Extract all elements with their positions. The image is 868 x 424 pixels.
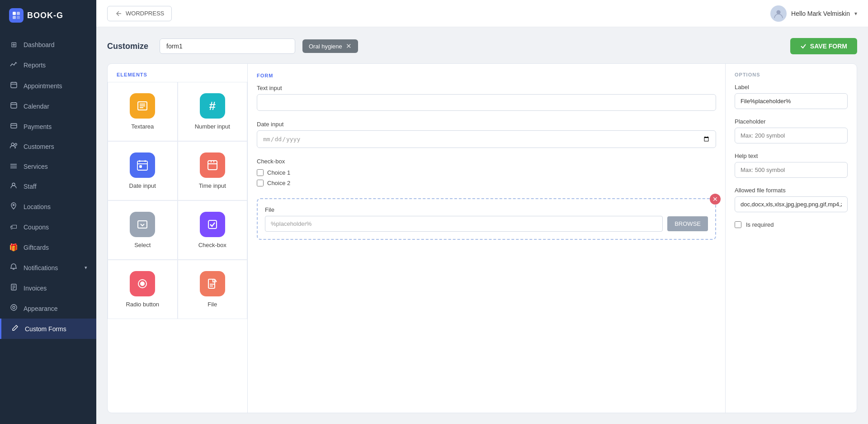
label-input[interactable] — [735, 93, 848, 109]
sidebar-item-label: Calendar — [24, 103, 49, 110]
svg-rect-8 — [11, 103, 17, 108]
browse-button[interactable]: BROWSE — [667, 216, 708, 231]
sidebar-item-label: Payments — [24, 123, 52, 130]
checkbox-2[interactable] — [257, 180, 264, 186]
service-tag-remove[interactable]: ✕ — [346, 42, 352, 50]
svg-rect-0 — [13, 12, 16, 15]
file-label: File — [208, 301, 217, 308]
logo-text: BOOK-G — [27, 11, 63, 20]
date-input[interactable] — [257, 130, 716, 148]
sidebar-item-locations[interactable]: Locations — [0, 196, 96, 217]
sidebar-nav: ⊞ Dashboard Reports Appointments Calenda… — [0, 31, 96, 424]
time-input-label: Time input — [199, 182, 226, 189]
options-panel: OPTIONS Label Placeholder Help text Allo… — [726, 64, 857, 413]
form-name-input[interactable] — [160, 38, 295, 54]
checkbox-icon — [200, 212, 225, 237]
sidebar-item-customers[interactable]: Customers — [0, 137, 96, 157]
checkbox-choice-2[interactable]: Choice 2 — [257, 180, 716, 186]
appointments-icon — [9, 81, 18, 90]
app-logo: BOOK-G — [0, 0, 96, 31]
elements-panel-title: ELEMENTS — [108, 64, 247, 82]
sidebar-item-payments[interactable]: Payments — [0, 116, 96, 137]
sidebar-item-dashboard[interactable]: ⊞ Dashboard — [0, 34, 96, 55]
sidebar-item-notifications[interactable]: Notifications — [0, 257, 96, 278]
avatar — [770, 5, 787, 22]
svg-rect-3 — [17, 16, 20, 19]
sidebar-item-appearance[interactable]: Appearance — [0, 298, 96, 319]
text-input-field: Text input — [257, 85, 716, 111]
sidebar-item-label: Invoices — [24, 285, 47, 292]
sidebar-item-custom-forms[interactable]: Custom Forms — [0, 319, 96, 339]
sidebar-item-label: Appearance — [24, 305, 58, 312]
file-field-inner: %placeholder% BROWSE — [265, 216, 708, 232]
svg-point-29 — [777, 10, 781, 14]
number-input-label: Number input — [195, 123, 230, 130]
service-tag-label: Oral hygiene — [309, 43, 342, 50]
allowed-formats-label: Allowed file formats — [735, 187, 848, 194]
checkbox-choice-1[interactable]: Choice 1 — [257, 169, 716, 176]
element-date-input[interactable]: Date input — [108, 141, 178, 200]
element-select[interactable]: Select — [108, 200, 178, 260]
user-section[interactable]: Hello Mark Velmiskin ▾ — [770, 5, 857, 22]
placeholder-input[interactable] — [735, 128, 848, 143]
sidebar-item-appointments[interactable]: Appointments — [0, 76, 96, 96]
sidebar-item-calendar[interactable]: Calendar — [0, 96, 96, 116]
element-radio-button[interactable]: Radio button — [108, 260, 178, 319]
sidebar-item-services[interactable]: Services — [0, 157, 96, 176]
appearance-icon — [9, 304, 18, 313]
file-field-label: File — [265, 206, 708, 213]
element-number-input[interactable]: # Number input — [178, 82, 248, 141]
svg-rect-1 — [17, 12, 20, 15]
element-checkbox[interactable]: Check-box — [178, 200, 248, 260]
file-element-icon — [200, 271, 225, 296]
topbar: WORDPRESS Hello Mark Velmiskin ▾ — [96, 0, 868, 27]
form-panel-title: FORM — [257, 73, 716, 85]
label-option: Label — [735, 84, 848, 109]
allowed-formats-input[interactable] — [735, 196, 848, 212]
svg-rect-12 — [11, 124, 17, 128]
sidebar-item-staff[interactable]: Staff — [0, 176, 96, 196]
element-file[interactable]: File — [178, 260, 248, 319]
help-text-option-label: Help text — [735, 152, 848, 159]
customize-header: Customize Oral hygiene ✕ SAVE FORM — [107, 38, 857, 54]
sidebar-item-giftcards[interactable]: 🎁 Giftcards — [0, 237, 96, 257]
payments-icon — [9, 122, 18, 131]
help-text-option: Help text — [735, 152, 848, 178]
save-form-label: SAVE FORM — [810, 43, 847, 50]
date-input-icon — [130, 152, 155, 178]
select-label: Select — [134, 242, 151, 248]
svg-rect-44 — [208, 220, 217, 229]
svg-point-14 — [11, 143, 14, 146]
user-name-text: Hello Mark Velmiskin — [791, 10, 850, 17]
main-area: WORDPRESS Hello Mark Velmiskin ▾ Customi… — [96, 0, 868, 424]
text-input[interactable] — [257, 94, 716, 111]
required-checkbox[interactable] — [735, 221, 741, 228]
svg-rect-38 — [140, 166, 142, 167]
radio-button-icon — [130, 271, 155, 296]
date-input-label: Date input — [257, 121, 716, 128]
checkbox-1[interactable] — [257, 169, 264, 176]
sidebar-item-label: Notifications — [24, 264, 58, 272]
help-text-input[interactable] — [735, 162, 848, 178]
elements-grid: Textarea # Number input Date input — [108, 82, 247, 319]
remove-file-field-button[interactable]: ✕ — [710, 194, 721, 205]
checkbox-label-text: Check-box — [257, 158, 716, 165]
user-dropdown-arrow: ▾ — [854, 10, 857, 17]
sidebar-item-coupons[interactable]: 🏷 Coupons — [0, 217, 96, 237]
sidebar-item-label: Staff — [24, 183, 37, 190]
sidebar-item-invoices[interactable]: Invoices — [0, 278, 96, 298]
sidebar-item-label: Services — [24, 163, 48, 170]
required-label: Is required — [746, 221, 774, 228]
element-textarea[interactable]: Textarea — [108, 82, 178, 141]
customize-title: Customize — [107, 42, 152, 51]
wordpress-button[interactable]: WORDPRESS — [107, 6, 172, 21]
service-tag: Oral hygiene ✕ — [302, 39, 358, 53]
svg-rect-43 — [138, 221, 147, 228]
sidebar-item-reports[interactable]: Reports — [0, 55, 96, 76]
checkbox-group: Choice 1 Choice 2 — [257, 167, 716, 188]
save-form-button[interactable]: SAVE FORM — [790, 38, 857, 54]
element-time-input[interactable]: Time input — [178, 141, 248, 200]
checkbox-field: Check-box Choice 1 Choice 2 — [257, 158, 716, 188]
choice-1-label: Choice 1 — [267, 169, 290, 176]
svg-point-46 — [141, 282, 144, 286]
